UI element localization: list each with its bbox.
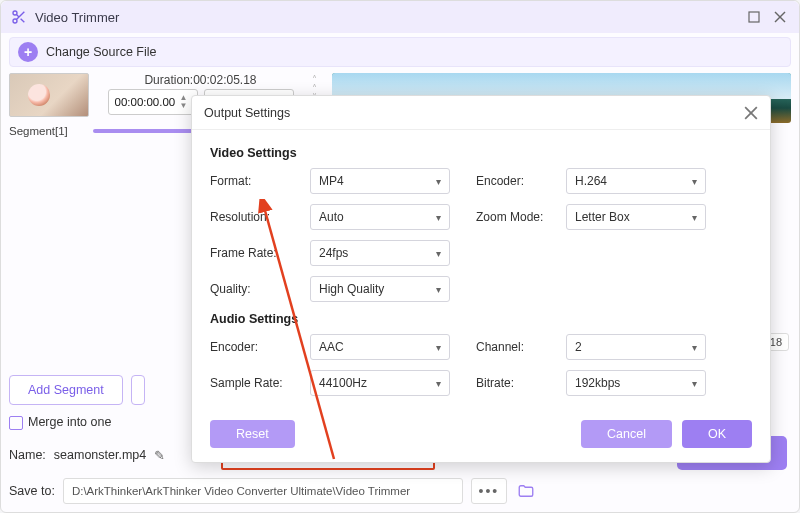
titlebar: Video Trimmer (1, 1, 799, 33)
output-settings-dialog: Output Settings Video Settings Format: M… (191, 95, 771, 463)
start-time-value: 00:00:00.00 (115, 96, 176, 108)
bitrate-select[interactable]: 192kbps▾ (566, 370, 706, 396)
start-time-stepper[interactable]: ▲▼ (177, 94, 191, 110)
caret-down-icon: ▾ (436, 212, 441, 223)
browse-more-button[interactable]: ••• (471, 478, 507, 504)
ok-button[interactable]: OK (682, 420, 752, 448)
plus-icon: + (18, 42, 38, 62)
scissors-icon (11, 9, 27, 25)
channel-select[interactable]: 2▾ (566, 334, 706, 360)
resolution-select[interactable]: Auto▾ (310, 204, 450, 230)
svg-line-3 (21, 19, 25, 23)
resolution-label: Resolution: (210, 210, 310, 224)
zoom-mode-select[interactable]: Letter Box▾ (566, 204, 706, 230)
change-source-label: Change Source File (46, 45, 156, 59)
frame-rate-label: Frame Rate: (210, 246, 310, 260)
svg-rect-5 (749, 12, 759, 22)
app-window: Video Trimmer + Change Source File Durat… (0, 0, 800, 513)
add-segment-button[interactable]: Add Segment (9, 375, 123, 405)
svg-point-1 (13, 19, 17, 23)
duration-label: Duration:00:02:05.18 (144, 73, 256, 87)
format-select[interactable]: MP4▾ (310, 168, 450, 194)
window-title: Video Trimmer (35, 10, 737, 25)
caret-down-icon: ▾ (436, 342, 441, 353)
audio-encoder-select[interactable]: AAC▾ (310, 334, 450, 360)
frame-rate-select[interactable]: 24fps▾ (310, 240, 450, 266)
name-label: Name: (9, 448, 46, 462)
quality-label: Quality: (210, 282, 310, 296)
open-folder-icon[interactable] (515, 480, 537, 502)
clip-thumbnail[interactable] (9, 73, 89, 117)
start-time-input[interactable]: 00:00:00.00 ▲▼ (108, 89, 198, 115)
audio-encoder-label: Encoder: (210, 340, 310, 354)
video-encoder-select[interactable]: H.264▾ (566, 168, 706, 194)
caret-down-icon: ▾ (692, 176, 697, 187)
edit-name-icon[interactable]: ✎ (154, 448, 165, 463)
caret-down-icon: ▾ (436, 284, 441, 295)
save-path-input[interactable]: D:\ArkThinker\ArkThinker Video Converter… (63, 478, 463, 504)
save-to-row: Save to: D:\ArkThinker\ArkThinker Video … (9, 478, 791, 504)
zoom-mode-label: Zoom Mode: (476, 210, 566, 224)
dialog-titlebar: Output Settings (192, 96, 770, 130)
cancel-button[interactable]: Cancel (581, 420, 672, 448)
audio-settings-heading: Audio Settings (210, 312, 752, 326)
bitrate-label: Bitrate: (476, 376, 566, 390)
video-settings-heading: Video Settings (210, 146, 752, 160)
channel-label: Channel: (476, 340, 566, 354)
caret-down-icon: ▾ (692, 342, 697, 353)
caret-down-icon: ▾ (436, 248, 441, 259)
save-to-label: Save to: (9, 484, 55, 498)
caret-down-icon: ▾ (436, 176, 441, 187)
segment-label: Segment[1] (9, 125, 89, 137)
sample-rate-select[interactable]: 44100Hz▾ (310, 370, 450, 396)
file-name: seamonster.mp4 (54, 448, 146, 462)
caret-down-icon: ▾ (692, 212, 697, 223)
caret-down-icon: ▾ (436, 378, 441, 389)
svg-point-0 (13, 11, 17, 15)
window-close-button[interactable] (771, 8, 789, 26)
secondary-button[interactable] (131, 375, 145, 405)
sample-rate-label: Sample Rate: (210, 376, 310, 390)
quality-select[interactable]: High Quality▾ (310, 276, 450, 302)
reset-button[interactable]: Reset (210, 420, 295, 448)
caret-down-icon: ▾ (692, 378, 697, 389)
format-label: Format: (210, 174, 310, 188)
dialog-close-button[interactable] (744, 106, 758, 120)
dialog-title: Output Settings (204, 106, 290, 120)
window-minimize-button[interactable] (745, 8, 763, 26)
svg-line-4 (16, 14, 19, 17)
merge-into-one-checkbox[interactable]: Merge into one (9, 415, 111, 430)
change-source-bar[interactable]: + Change Source File (9, 37, 791, 67)
video-encoder-label: Encoder: (476, 174, 566, 188)
